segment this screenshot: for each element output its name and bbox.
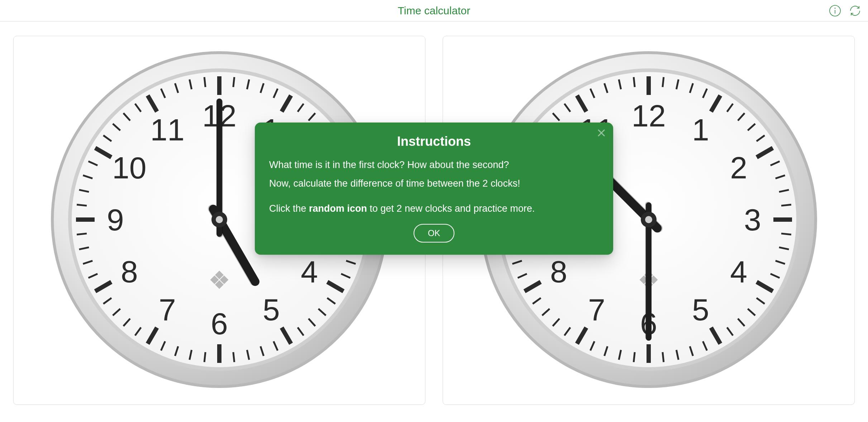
svg-text:6: 6 [211, 306, 228, 341]
dialog-line-3-post: to get 2 new clocks and practice more. [367, 203, 535, 214]
svg-text:11: 11 [150, 112, 185, 147]
svg-text:5: 5 [263, 292, 280, 327]
svg-line-107 [781, 205, 791, 206]
dialog-line-2: Now, calculate the difference of time be… [269, 177, 599, 191]
dialog-title: Instructions [269, 134, 599, 149]
svg-text:4: 4 [730, 254, 747, 289]
svg-text:8: 8 [121, 254, 138, 289]
svg-line-8 [233, 77, 234, 87]
svg-text:5: 5 [692, 292, 709, 327]
svg-line-53 [77, 205, 87, 206]
svg-text:10: 10 [112, 150, 147, 185]
svg-line-66 [204, 77, 205, 87]
dialog-line-3-bold: random icon [309, 203, 367, 214]
svg-text:12: 12 [631, 99, 666, 133]
svg-line-51 [77, 234, 87, 235]
svg-line-122 [663, 352, 664, 362]
page-title: Time calculator [398, 5, 470, 17]
dialog-line-1: What time is it in the first clock? How … [269, 158, 599, 172]
svg-point-174 [645, 216, 652, 223]
svg-text:1: 1 [692, 112, 709, 147]
dialog-line-3: Click the random icon to get 2 new clock… [269, 202, 599, 216]
svg-text:2: 2 [730, 150, 747, 185]
svg-line-109 [781, 234, 791, 235]
svg-text:3: 3 [744, 202, 761, 237]
svg-line-36 [233, 352, 234, 362]
close-icon[interactable] [596, 128, 607, 138]
instructions-dialog: Instructions What time is it in the firs… [255, 123, 613, 255]
svg-text:7: 7 [159, 292, 176, 327]
dialog-line-3-pre: Click the [269, 203, 309, 214]
svg-point-1 [835, 8, 836, 9]
svg-line-38 [204, 352, 205, 362]
info-icon[interactable] [828, 4, 842, 18]
header-icons [828, 4, 862, 18]
svg-line-124 [634, 352, 635, 362]
random-icon[interactable] [848, 4, 862, 18]
svg-text:7: 7 [588, 292, 605, 327]
ok-button[interactable]: OK [414, 224, 455, 243]
svg-text:4: 4 [301, 254, 318, 289]
svg-point-88 [216, 216, 223, 223]
svg-text:8: 8 [550, 254, 567, 289]
svg-text:9: 9 [107, 202, 124, 237]
header-bar: Time calculator [0, 0, 868, 21]
svg-line-94 [663, 77, 664, 87]
svg-line-152 [634, 77, 635, 87]
